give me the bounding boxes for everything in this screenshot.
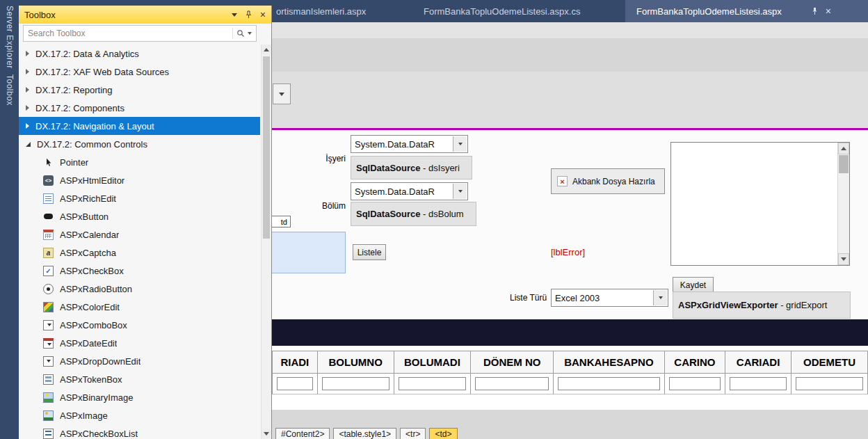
- tag-content2[interactable]: #Content2>: [275, 428, 330, 439]
- scrollbar-thumb[interactable]: [839, 155, 849, 173]
- filter-input[interactable]: [796, 377, 863, 390]
- filter-input[interactable]: [475, 377, 549, 390]
- search-options-icon[interactable]: [248, 32, 252, 35]
- datasource-type: SqlDataSource: [356, 209, 420, 219]
- scroll-down-icon[interactable]: [838, 253, 849, 265]
- toolbar-dropdown-button[interactable]: [273, 83, 291, 104]
- datasource-type: SqlDataSource: [356, 163, 420, 173]
- toolbox-item-aspxradiobutton[interactable]: ASPxRadioButton: [19, 280, 260, 298]
- grid-filter-cell: [791, 374, 868, 394]
- liste-turu-label: Liste Türü: [510, 293, 548, 303]
- toolbox-item-aspxcoloredit[interactable]: ASPxColorEdit: [19, 298, 260, 316]
- tab-amortisman-islemleri[interactable]: ortismanIslemleri.aspx: [272, 0, 404, 22]
- toolbox-item-aspxcaptcha[interactable]: ASPxCaptcha: [19, 244, 260, 262]
- image-icon: [43, 410, 54, 421]
- toolbox-category-common-controls[interactable]: DX.17.2: Common Controls: [19, 135, 260, 153]
- html-editor-icon: [43, 175, 54, 186]
- toolbox-category-data-analytics[interactable]: DX.17.2: Data & Analytics: [19, 45, 260, 63]
- sidebar-tab-toolbox[interactable]: Toolbox: [5, 74, 15, 106]
- toolbox-item-aspxcalendar[interactable]: ASPxCalendar: [19, 225, 260, 244]
- bolum-dropdown[interactable]: System.Data.DataR: [351, 182, 468, 200]
- expander-collapsed-icon: [26, 105, 29, 111]
- akbank-dosya-hazirla-button[interactable]: × Akbank Dosya Hazırla: [551, 168, 665, 194]
- toolbox-item-aspxrichedit[interactable]: ASPxRichEdit: [19, 189, 260, 207]
- toolbox-item-aspxcombobox[interactable]: ASPxComboBox: [19, 316, 260, 334]
- toolbox-item-aspxtokenbox[interactable]: ASPxTokenBox: [19, 370, 260, 388]
- designer-toolbar-band: [272, 38, 868, 72]
- color-edit-icon: [43, 302, 54, 312]
- scroll-down-icon[interactable]: [262, 429, 271, 439]
- scroll-up-icon[interactable]: [838, 143, 849, 154]
- toolbox-scrollbar[interactable]: [261, 45, 271, 439]
- filter-input[interactable]: [558, 377, 660, 390]
- pin-icon[interactable]: [811, 7, 819, 15]
- chevron-down-icon[interactable]: [453, 184, 467, 199]
- filter-input[interactable]: [730, 377, 787, 390]
- chevron-down-icon[interactable]: [453, 136, 467, 152]
- tab-label: ortismanIslemleri.aspx: [276, 6, 366, 17]
- isyeri-dropdown[interactable]: System.Data.DataR: [351, 135, 468, 153]
- toolbox-category-navigation-layout[interactable]: DX.17.2: Navigation & Layout: [19, 117, 260, 135]
- toolbox-category-reporting[interactable]: DX.17.2: Reporting: [19, 81, 260, 99]
- tag-table-style1[interactable]: <table.style1>: [333, 428, 396, 439]
- close-icon[interactable]: ×: [260, 10, 266, 19]
- expander-collapsed-icon: [26, 123, 29, 129]
- toolbox-list: DX.17.2: Data & Analytics DX.17.2: XAF W…: [19, 45, 260, 439]
- filter-input[interactable]: [322, 377, 389, 390]
- tag-tr[interactable]: <tr>: [400, 428, 426, 439]
- search-input[interactable]: [24, 29, 232, 38]
- listbox-scrollbar[interactable]: [837, 143, 849, 265]
- pin-icon[interactable]: [245, 10, 252, 19]
- button-icon: [43, 211, 54, 222]
- toolbox-item-aspxdateedit[interactable]: ASPxDateEdit: [19, 334, 260, 352]
- result-listbox[interactable]: [670, 142, 850, 266]
- toolbox-category-components[interactable]: DX.17.2: Components: [19, 99, 260, 117]
- combo-box-icon: [43, 320, 54, 330]
- isyeri-label: İşyeri: [288, 154, 346, 163]
- grid-filter-cell: [554, 374, 665, 394]
- close-icon[interactable]: ×: [826, 6, 831, 16]
- filter-input[interactable]: [277, 377, 313, 390]
- sqldatasource-dsisyeri[interactable]: SqlDataSource - dsIsyeri: [351, 156, 472, 179]
- checkbox-list-icon: [43, 429, 54, 439]
- selected-table-cell[interactable]: [270, 232, 346, 273]
- toolbox-title-bar: Toolbox ×: [19, 6, 271, 24]
- toolbox-item-pointer[interactable]: Pointer: [19, 153, 260, 171]
- chevron-down-icon[interactable]: [653, 290, 667, 305]
- gridview-exporter[interactable]: ASPxGridViewExporter - gridExport: [673, 292, 851, 319]
- grid-filter-row: [272, 374, 868, 394]
- grid-filter-cell: [471, 374, 554, 394]
- toolbox-item-aspxcheckboxlist[interactable]: ASPxCheckBoxList: [19, 424, 260, 439]
- tab-form-banka-aspx[interactable]: FormBankaTopluOdemeListesi.aspx ×: [625, 0, 868, 22]
- liste-turu-dropdown[interactable]: Excel 2003: [551, 289, 668, 307]
- kaydet-button[interactable]: Kaydet: [673, 277, 714, 293]
- isyeri-dropdown-value: System.Data.DataR: [355, 139, 435, 150]
- window-menu-icon[interactable]: [232, 13, 237, 17]
- toolbox-item-aspxbinaryimage[interactable]: ASPxBinaryImage: [19, 388, 260, 406]
- filter-input[interactable]: [669, 377, 721, 390]
- bolum-dropdown-value: System.Data.DataR: [355, 186, 435, 197]
- drop-down-edit-icon: [43, 356, 54, 367]
- toolbox-item-aspxcheckbox[interactable]: ASPxCheckBox: [19, 262, 260, 280]
- sidebar-tab-server-explorer[interactable]: Server Explorer: [5, 6, 15, 69]
- tab-form-banka-cs[interactable]: FormBankaTopluOdemeListesi.aspx.cs: [404, 0, 625, 22]
- toolbox-item-aspxhtmleditor[interactable]: ASPxHtmlEditor: [19, 171, 260, 189]
- toolbox-item-aspxdropdownedit[interactable]: ASPxDropDownEdit: [19, 352, 260, 370]
- tag-td[interactable]: <td>: [429, 428, 457, 439]
- search-icon[interactable]: [236, 29, 245, 38]
- liste-turu-value: Excel 2003: [555, 293, 600, 303]
- toolbox-item-aspxbutton[interactable]: ASPxButton: [19, 207, 260, 225]
- scroll-up-icon[interactable]: [262, 45, 271, 55]
- toolbox-category-xaf-web-data-sources[interactable]: DX.17.2: XAF Web Data Sources: [19, 63, 260, 81]
- toolbox-item-aspximage[interactable]: ASPxImage: [19, 406, 260, 424]
- tab-label: FormBankaTopluOdemeListesi.aspx: [636, 6, 782, 17]
- broken-image-icon: ×: [557, 176, 568, 186]
- scrollbar-thumb[interactable]: [263, 56, 270, 239]
- sqldatasource-dsbolum[interactable]: SqlDataSource - dsBolum: [351, 202, 476, 226]
- vs-window: ortismanIslemleri.aspx FormBankaTopluOde…: [0, 0, 868, 439]
- listele-button[interactable]: Listele: [353, 244, 386, 260]
- filter-input[interactable]: [399, 377, 467, 390]
- listele-button-label: Listele: [357, 248, 382, 257]
- pointer-icon: [43, 157, 54, 168]
- toolbox-panel: Toolbox × DX.17.2: Data & Analytics: [19, 6, 272, 439]
